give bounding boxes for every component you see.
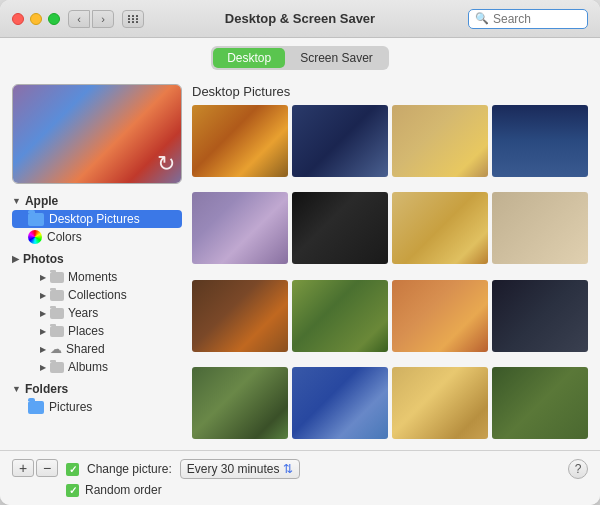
thumbnail-6[interactable] (292, 192, 388, 264)
sidebar-section-photos: ▶ Photos ▶ Moments ▶ Collections ▶ (12, 250, 182, 376)
sidebar-item-years-label: Years (68, 306, 98, 320)
interval-dropdown[interactable]: Every 30 minutes ⇅ (180, 459, 301, 479)
folder-blue-icon (28, 213, 44, 226)
change-picture-label: Change picture: (87, 462, 172, 476)
thumbnail-16[interactable] (492, 367, 588, 439)
sub-triangle-icon: ▶ (40, 309, 46, 318)
preview-box: ↻ (12, 84, 182, 184)
sidebar-item-shared-label: Shared (66, 342, 105, 356)
triangle-icon: ▶ (12, 254, 19, 264)
sidebar-item-shared[interactable]: ▶ ☁ Shared (12, 340, 182, 358)
sidebar-section-apple-header[interactable]: ▼ Apple (12, 192, 182, 210)
sidebar-item-colors[interactable]: Colors (12, 228, 182, 246)
random-order-row: ✓ Random order (66, 483, 588, 497)
thumbnails-grid (192, 105, 588, 450)
search-box[interactable]: 🔍 (468, 9, 588, 29)
thumbnail-12[interactable] (492, 280, 588, 352)
sub-triangle-icon: ▶ (40, 291, 46, 300)
search-input[interactable] (493, 12, 581, 26)
sub-triangle-icon: ▶ (40, 327, 46, 336)
sidebar-item-desktop-pictures-label: Desktop Pictures (49, 212, 140, 226)
bottom-bar: + − ✓ Change picture: Every 30 minutes ⇅… (0, 450, 600, 505)
sidebar-section-apple-label: Apple (25, 194, 58, 208)
checkmark-icon: ✓ (69, 464, 77, 475)
thumbnail-7[interactable] (392, 192, 488, 264)
titlebar: ‹ › Desktop & Screen Saver 🔍 (0, 0, 600, 38)
traffic-lights (12, 13, 60, 25)
add-remove-buttons: + − (12, 459, 58, 477)
thumbnail-10[interactable] (292, 280, 388, 352)
thumbnail-13[interactable] (192, 367, 288, 439)
thumbnail-1[interactable] (192, 105, 288, 177)
sub-folder-icon (50, 326, 64, 337)
thumbnail-5[interactable] (192, 192, 288, 264)
sub-triangle-icon: ▶ (40, 345, 46, 354)
sidebar-item-pictures-label: Pictures (49, 400, 92, 414)
preview-image (13, 85, 181, 183)
sub-triangle-icon: ▶ (40, 273, 46, 282)
sub-triangle-icon: ▶ (40, 363, 46, 372)
sidebar-section-folders-label: Folders (25, 382, 68, 396)
cloud-icon: ☁ (50, 342, 62, 356)
thumbnail-8[interactable] (492, 192, 588, 264)
preview-arrows-icon: ↻ (157, 151, 175, 177)
sidebar-item-places[interactable]: ▶ Places (12, 322, 182, 340)
sidebar-item-collections[interactable]: ▶ Collections (12, 286, 182, 304)
forward-button[interactable]: › (92, 10, 114, 28)
help-button[interactable]: ? (568, 459, 588, 479)
change-picture-row: ✓ Change picture: Every 30 minutes ⇅ ? (66, 459, 588, 479)
triangle-icon: ▼ (12, 384, 21, 394)
random-order-label: Random order (85, 483, 162, 497)
thumbnail-15[interactable] (392, 367, 488, 439)
sidebar-section-photos-label: Photos (23, 252, 64, 266)
sub-folder-icon (50, 362, 64, 373)
sidebar-item-desktop-pictures[interactable]: Desktop Pictures (12, 210, 182, 228)
add-button[interactable]: + (12, 459, 34, 477)
right-panel: Desktop Pictures (192, 84, 588, 450)
tab-screensaver[interactable]: Screen Saver (286, 48, 387, 68)
sidebar-section-apple: ▼ Apple Desktop Pictures Colors (12, 192, 182, 246)
sidebar-item-years[interactable]: ▶ Years (12, 304, 182, 322)
tab-desktop[interactable]: Desktop (213, 48, 285, 68)
sidebar-section-photos-header[interactable]: ▶ Photos (12, 250, 182, 268)
bottom-controls: + − ✓ Change picture: Every 30 minutes ⇅… (12, 459, 588, 497)
sidebar-item-colors-label: Colors (47, 230, 82, 244)
sidebar-item-moments-label: Moments (68, 270, 117, 284)
maximize-button[interactable] (48, 13, 60, 25)
minimize-button[interactable] (30, 13, 42, 25)
thumbnail-4[interactable] (492, 105, 588, 177)
bottom-right: ✓ Change picture: Every 30 minutes ⇅ ? ✓… (66, 459, 588, 497)
folder-blue-icon (28, 401, 44, 414)
sidebar-item-albums[interactable]: ▶ Albums (12, 358, 182, 376)
content-area: ↻ ▼ Apple Desktop Pictures Col (0, 76, 600, 450)
sidebar-item-pictures[interactable]: Pictures (12, 398, 182, 416)
sidebar: ▼ Apple Desktop Pictures Colors (12, 192, 182, 450)
tabs-row: Desktop Screen Saver (0, 38, 600, 76)
sidebar-item-albums-label: Albums (68, 360, 108, 374)
thumbnail-14[interactable] (292, 367, 388, 439)
sub-folder-icon (50, 308, 64, 319)
sidebar-item-collections-label: Collections (68, 288, 127, 302)
window-title: Desktop & Screen Saver (225, 11, 375, 26)
view-grid-button[interactable] (122, 10, 144, 28)
sidebar-section-folders: ▼ Folders Pictures (12, 380, 182, 416)
app-window: ‹ › Desktop & Screen Saver 🔍 Desktop Scr… (0, 0, 600, 505)
thumbnail-3[interactable] (392, 105, 488, 177)
back-button[interactable]: ‹ (68, 10, 90, 28)
nav-buttons: ‹ › (68, 10, 114, 28)
tab-group: Desktop Screen Saver (211, 46, 389, 70)
sidebar-item-moments[interactable]: ▶ Moments (12, 268, 182, 286)
sub-folder-icon (50, 272, 64, 283)
thumbnail-11[interactable] (392, 280, 488, 352)
sidebar-item-places-label: Places (68, 324, 104, 338)
remove-button[interactable]: − (36, 459, 58, 477)
sub-folder-icon (50, 290, 64, 301)
change-picture-checkbox[interactable]: ✓ (66, 463, 79, 476)
triangle-icon: ▼ (12, 196, 21, 206)
sidebar-section-folders-header[interactable]: ▼ Folders (12, 380, 182, 398)
thumbnail-2[interactable] (292, 105, 388, 177)
random-order-checkbox[interactable]: ✓ (66, 484, 79, 497)
thumbnail-9[interactable] (192, 280, 288, 352)
close-button[interactable] (12, 13, 24, 25)
left-panel: ↻ ▼ Apple Desktop Pictures Col (12, 84, 182, 450)
